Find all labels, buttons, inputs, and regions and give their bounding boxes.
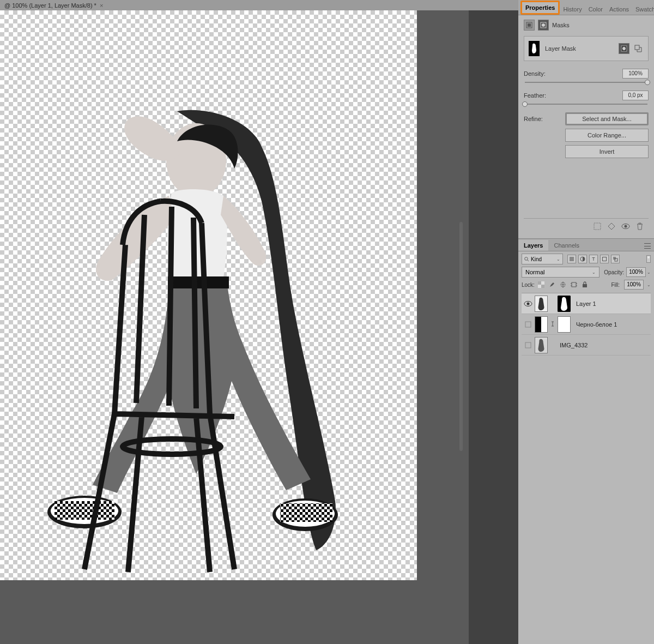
density-value[interactable]: 100% [622, 69, 649, 79]
svg-rect-25 [570, 257, 574, 261]
properties-tabs: Properties History Color Actions Swatche… [518, 0, 654, 15]
filter-toggle[interactable] [646, 255, 651, 263]
svg-rect-7 [280, 503, 332, 522]
tab-actions[interactable]: Actions [606, 4, 632, 15]
layer-filter-row: Kind ⌄ T [522, 254, 651, 264]
kind-select[interactable]: Kind ⌄ [522, 254, 563, 264]
blend-row: Normal⌄ Opacity: 100% ⌄ [522, 267, 651, 278]
layers-panel: Kind ⌄ T Normal⌄ Opacity: 100% ⌄ Lock: [518, 251, 654, 644]
filter-smart-icon[interactable] [611, 255, 620, 263]
invert-button[interactable]: Invert [565, 145, 649, 158]
svg-rect-33 [572, 282, 576, 287]
tab-color[interactable]: Color [585, 4, 606, 15]
density-row: Density: 100% [524, 69, 649, 83]
canvas-area [0, 10, 469, 644]
tab-channels[interactable]: Channels [548, 240, 584, 251]
adjustment-thumbnail[interactable] [535, 316, 548, 333]
svg-rect-20 [594, 223, 601, 230]
layer-name[interactable]: IMG_4332 [560, 342, 588, 348]
layer-row[interactable]: Layer 1 [522, 293, 651, 314]
svg-rect-40 [525, 342, 531, 348]
search-icon [524, 257, 529, 262]
feather-label: Feather: [524, 92, 546, 99]
lock-all-icon[interactable] [580, 280, 589, 289]
svg-rect-1 [168, 276, 229, 288]
tab-layers[interactable]: Layers [518, 240, 548, 251]
vertical-scrollbar[interactable] [459, 222, 463, 451]
opacity-value[interactable]: 100% [626, 267, 646, 277]
filter-pixel-icon[interactable] [567, 255, 576, 263]
lock-brush-icon[interactable] [548, 280, 556, 289]
close-icon[interactable]: × [100, 2, 103, 9]
svg-point-15 [542, 23, 545, 27]
svg-rect-4 [55, 501, 114, 520]
filter-type-icon[interactable]: T [589, 255, 598, 263]
document-title: @ 100% (Layer 1, Layer Mask/8) * [4, 2, 96, 9]
refine-label: Refine: [524, 112, 562, 122]
subject-image [33, 109, 343, 583]
fill-label: Fill: [611, 282, 620, 288]
svg-rect-31 [538, 281, 541, 285]
layer-mask-thumbnail[interactable] [558, 316, 571, 333]
layer-row[interactable]: Черно-белое 1 [522, 314, 651, 335]
svg-rect-39 [525, 322, 531, 327]
properties-header: Masks [524, 20, 649, 31]
feather-row: Feather: 0,0 px [524, 91, 649, 105]
tab-swatches[interactable]: Swatches [632, 4, 654, 15]
lock-transparent-icon[interactable] [537, 280, 546, 289]
refine-row: Refine: Select and Mask... Color Range..… [524, 112, 649, 158]
lock-position-icon[interactable] [559, 280, 567, 289]
filter-adjust-icon[interactable] [578, 255, 587, 263]
svg-line-24 [528, 260, 529, 261]
visibility-box[interactable] [524, 320, 532, 329]
layer-row[interactable]: IMG_4332 [522, 335, 651, 356]
load-selection-icon[interactable] [593, 222, 602, 231]
layer-name[interactable]: Layer 1 [576, 300, 596, 307]
hamburger-icon [644, 243, 651, 249]
properties-footer [524, 218, 649, 234]
panel-menu-icon[interactable] [641, 241, 654, 251]
svg-rect-27 [603, 257, 607, 261]
layer-thumbnail[interactable] [535, 337, 548, 353]
mask-thumbnail[interactable] [529, 41, 540, 56]
layer-list: Layer 1 Черно-белое 1 [522, 293, 651, 356]
layer-mask-row: Layer Mask [524, 36, 649, 61]
layer-mask-thumbnail[interactable] [558, 296, 571, 312]
masks-label: Masks [552, 22, 570, 28]
svg-point-23 [525, 257, 528, 260]
trash-icon[interactable] [635, 222, 644, 231]
density-slider[interactable] [525, 82, 647, 83]
link-icon[interactable] [550, 321, 555, 328]
lock-row: Lock: Fill: 100% ⌄ [522, 280, 651, 290]
svg-point-18 [622, 47, 626, 50]
feather-value[interactable]: 0,0 px [622, 91, 649, 100]
layer-thumbnail[interactable] [535, 296, 548, 312]
svg-rect-34 [583, 284, 587, 287]
color-range-button[interactable]: Color Range... [565, 129, 649, 142]
tab-properties[interactable]: Properties [520, 1, 560, 15]
slider-thumb[interactable] [522, 101, 528, 107]
svg-point-22 [625, 225, 627, 228]
tab-history[interactable]: History [560, 4, 585, 15]
feather-slider[interactable] [525, 104, 647, 105]
layers-tabs: Layers Channels [518, 238, 654, 251]
lock-artboard-icon[interactable] [570, 280, 578, 289]
disable-mask-icon[interactable] [621, 222, 630, 231]
layer-name[interactable]: Черно-белое 1 [576, 321, 617, 328]
document-tab[interactable]: @ 100% (Layer 1, Layer Mask/8) * × [0, 2, 107, 9]
density-label: Density: [524, 70, 546, 77]
visibility-box[interactable] [524, 341, 532, 350]
pixel-mask-icon[interactable] [524, 20, 535, 31]
apply-mask-icon[interactable] [607, 222, 616, 231]
filter-shape-icon[interactable] [600, 255, 609, 263]
blend-mode-select[interactable]: Normal⌄ [522, 267, 600, 278]
canvas-checker[interactable] [0, 10, 417, 580]
add-vector-mask-icon[interactable] [633, 43, 644, 54]
add-pixel-mask-icon[interactable] [619, 43, 629, 54]
select-and-mask-button[interactable]: Select and Mask... [565, 112, 649, 125]
visibility-eye-icon[interactable] [524, 299, 532, 308]
opacity-label: Opacity: [604, 269, 624, 275]
slider-thumb[interactable] [645, 80, 650, 85]
fill-value[interactable]: 100% [624, 280, 644, 290]
vector-mask-icon[interactable] [538, 20, 549, 31]
